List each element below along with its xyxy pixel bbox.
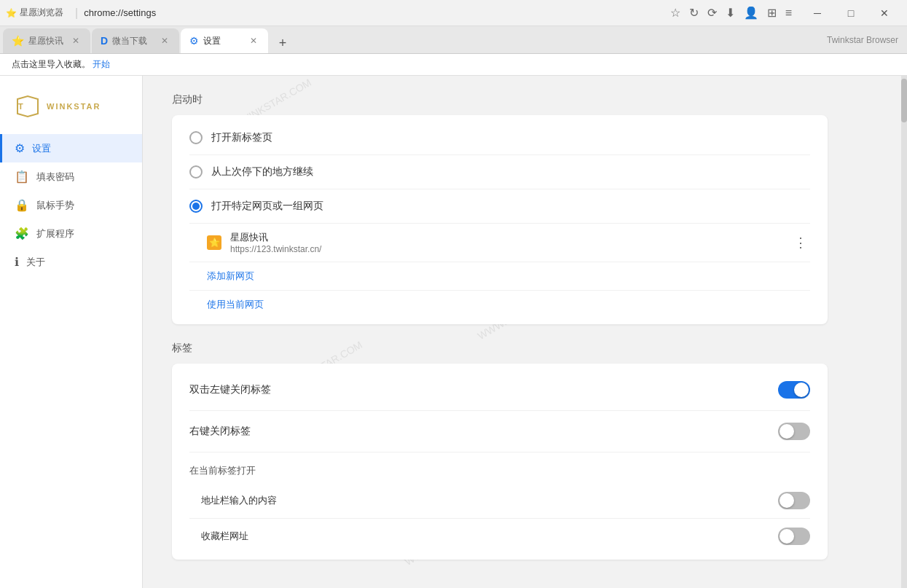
startup-section-title: 启动时: [172, 93, 828, 106]
toolbar-actions: ☆ ↻ ⟳ ⬇ 👤 ⊞ ≡: [670, 6, 792, 20]
address-bar[interactable]: chrome://settings: [84, 7, 670, 18]
tab-close-settings[interactable]: ✕: [248, 35, 259, 47]
minimize-button[interactable]: ─: [801, 0, 834, 26]
toggle-switch-address-bar[interactable]: [778, 492, 810, 509]
menu-icon[interactable]: ≡: [785, 7, 792, 20]
toggle-label-dbl-close: 双击左键关闭标签: [189, 383, 778, 396]
toggle-address-bar: 地址栏输入的内容: [172, 483, 828, 518]
toggle-thumb-bookmarks: [780, 529, 794, 544]
autofill-icon: 📋: [15, 170, 29, 184]
toggle-label-bookmarks: 收藏栏网址: [201, 530, 778, 543]
add-page-link[interactable]: 添加新网页: [172, 262, 828, 290]
tab-close-download[interactable]: ✕: [159, 35, 170, 47]
toggle-thumb-right-close: [780, 424, 794, 439]
gesture-icon: 🔒: [15, 198, 29, 212]
radio-circle-continue: [189, 165, 203, 179]
site-more-button[interactable]: ⋮: [791, 232, 810, 254]
radio-circle-specific: [189, 200, 203, 213]
extensions-icon: 🧩: [15, 227, 29, 240]
tab-favicon-settings: ⚙: [189, 35, 199, 47]
settings-icon: ⚙: [15, 141, 25, 155]
startup-card: 打开新标签页 从上次停下的地方继续 打开特定网页或一组网页: [172, 115, 828, 324]
toggle-switch-dbl-close[interactable]: [778, 381, 810, 399]
radio-label-specific: 打开特定网页或一组网页: [211, 200, 323, 213]
main-layout: T WINKSTAR ⚙ 设置 📋 填表密码 🔒 鼠标手势 🧩 扩展程序 ℹ 关…: [0, 76, 907, 588]
radio-continue[interactable]: 从上次停下的地方继续: [172, 155, 828, 189]
site-info: 星愿快讯 https://123.twinkstar.cn/: [230, 231, 782, 254]
tab-label-download: 微当下载: [112, 35, 154, 47]
window-controls: ─ □ ✕: [801, 0, 901, 26]
content-wrapper: WWW.TWINKSTAR.COM WWW.TWINKSTAR.COM WWW.…: [143, 76, 907, 588]
import-bar-link[interactable]: 开始: [93, 59, 110, 69]
site-url: https://123.twinkstar.cn/: [230, 244, 782, 254]
new-tab-button[interactable]: +: [271, 33, 294, 53]
tab-favicon-download: D: [101, 35, 108, 47]
svg-text:T: T: [18, 102, 23, 111]
use-current-link[interactable]: 使用当前网页: [172, 291, 828, 318]
radio-new-tab[interactable]: 打开新标签页: [172, 121, 828, 154]
tab-favicon-news: ⭐: [12, 35, 24, 47]
radio-specific[interactable]: 打开特定网页或一组网页: [172, 189, 828, 223]
import-bar-text: 点击这里导入收藏。: [12, 59, 90, 69]
sidebar-logo: T WINKSTAR: [0, 87, 142, 134]
sidebar-item-about[interactable]: ℹ 关于: [0, 248, 142, 276]
sidebar-item-autofill-label: 填表密码: [36, 170, 74, 184]
sidebar-item-settings-label: 设置: [32, 142, 51, 155]
toggle-label-address-bar: 地址栏输入的内容: [201, 494, 778, 507]
site-name: 星愿快讯: [230, 231, 782, 244]
toggle-thumb-address-bar: [780, 493, 794, 508]
profile-icon[interactable]: 👤: [744, 6, 758, 20]
startup-site-item: ⭐ 星愿快讯 https://123.twinkstar.cn/ ⋮: [172, 224, 828, 262]
sidebar-item-autofill[interactable]: 📋 填表密码: [0, 162, 142, 191]
toggle-dbl-close: 双击左键关闭标签: [172, 369, 828, 410]
toggle-label-right-close: 右键关闭标签: [189, 425, 778, 438]
tab-card: 双击左键关闭标签 右键关闭标签 在当前: [172, 364, 828, 560]
sidebar-item-gesture-label: 鼠标手势: [36, 199, 74, 212]
tab-settings[interactable]: ⚙ 设置 ✕: [181, 28, 268, 53]
tab-close-news[interactable]: ✕: [70, 35, 82, 47]
scrollbar-thumb[interactable]: [901, 79, 907, 122]
sidebar-item-about-label: 关于: [26, 256, 45, 269]
about-icon: ℹ: [15, 255, 19, 269]
browser-name: Twinkstar Browser: [827, 35, 904, 45]
refresh-icon[interactable]: ↻: [689, 6, 699, 20]
sidebar: T WINKSTAR ⚙ 设置 📋 填表密码 🔒 鼠标手势 🧩 扩展程序 ℹ 关…: [0, 76, 143, 588]
sidebar-item-extensions[interactable]: 🧩 扩展程序: [0, 219, 142, 248]
tab-label-settings: 设置: [203, 35, 243, 47]
logo-icon: T: [15, 93, 41, 119]
toggle-switch-right-close[interactable]: [778, 423, 810, 440]
sidebar-logo-text: WINKSTAR: [47, 102, 101, 111]
toggle-right-close: 右键关闭标签: [172, 411, 828, 452]
content-area: WWW.TWINKSTAR.COM WWW.TWINKSTAR.COM WWW.…: [143, 76, 901, 588]
bookmark-icon[interactable]: ☆: [670, 6, 680, 20]
close-button[interactable]: ✕: [868, 0, 901, 26]
star-icon: ⭐: [6, 8, 17, 18]
sidebar-item-extensions-label: 扩展程序: [36, 227, 74, 240]
settings-content: 启动时 打开新标签页 从上次停下的地方继续: [172, 93, 828, 560]
toggle-bookmarks: 收藏栏网址: [172, 519, 828, 554]
open-current-tab-title: 在当前标签打开: [172, 452, 828, 483]
tab-download[interactable]: D 微当下载 ✕: [92, 28, 179, 53]
tabbar: ⭐ 星愿快讯 ✕ D 微当下载 ✕ ⚙ 设置 ✕ + Twinkstar Bro…: [0, 26, 907, 54]
import-bar: 点击这里导入收藏。 开始: [0, 54, 907, 76]
radio-circle-new-tab: [189, 131, 203, 144]
sidebar-item-gesture[interactable]: 🔒 鼠标手势: [0, 191, 142, 219]
history-icon[interactable]: ⟳: [707, 6, 717, 20]
maximize-button[interactable]: □: [834, 0, 868, 26]
scrollbar[interactable]: [901, 76, 907, 588]
browser-logo-text: 星愿浏览器: [20, 7, 63, 19]
radio-label-continue: 从上次停下的地方继续: [211, 165, 313, 179]
browser-logo: ⭐ 星愿浏览器: [6, 7, 63, 19]
toggle-switch-bookmarks[interactable]: [778, 528, 810, 545]
sidebar-item-settings[interactable]: ⚙ 设置: [0, 134, 142, 162]
zoom-icon[interactable]: ⊞: [767, 6, 777, 20]
titlebar: ⭐ 星愿浏览器 | chrome://settings ☆ ↻ ⟳ ⬇ 👤 ⊞ …: [0, 0, 907, 26]
tab-section-title: 标签: [172, 342, 828, 355]
site-favicon: ⭐: [207, 235, 221, 250]
tab-label-news: 星愿快讯: [28, 35, 66, 47]
tab-xingyu-news[interactable]: ⭐ 星愿快讯 ✕: [3, 28, 90, 53]
radio-label-new-tab: 打开新标签页: [211, 131, 272, 144]
download-icon[interactable]: ⬇: [726, 6, 735, 20]
toggle-thumb-dbl-close: [794, 383, 809, 397]
